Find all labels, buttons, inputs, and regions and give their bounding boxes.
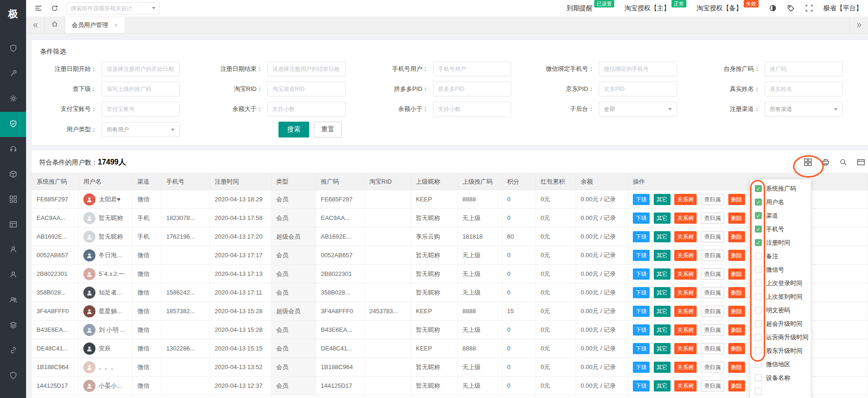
relation-tree-button[interactable]: 关系树 xyxy=(674,362,697,373)
sidebar-item-member-audit[interactable] xyxy=(0,112,26,137)
other-button[interactable]: 其它 xyxy=(654,380,671,391)
balance-gt-input[interactable] xyxy=(267,102,346,117)
alipay-account-input[interactable] xyxy=(102,102,180,117)
column-toggle[interactable]: 用户名 xyxy=(750,195,811,209)
ownership-button[interactable]: 查归属 xyxy=(701,380,724,391)
delete-button[interactable]: 删除 xyxy=(728,380,745,391)
checkbox-icon[interactable] xyxy=(755,374,762,381)
relation-tree-button[interactable]: 关系树 xyxy=(674,324,697,336)
delete-button[interactable]: 删除 xyxy=(728,287,745,298)
column-toggle[interactable]: 手机号 xyxy=(750,222,811,236)
delete-button[interactable]: 删除 xyxy=(728,324,745,336)
taobao-auth-main[interactable]: 淘宝授权【主】 正常 xyxy=(624,4,686,13)
tab-member-user-management[interactable]: 会员用户管理 xyxy=(65,17,125,33)
checkbox-icon[interactable] xyxy=(755,226,762,233)
column-toggle[interactable]: 设备名称 xyxy=(750,371,811,384)
other-button[interactable]: 其它 xyxy=(654,213,671,224)
self-promo-code-input[interactable] xyxy=(765,62,843,76)
relation-tree-button[interactable]: 关系树 xyxy=(674,213,697,224)
column-toggle[interactable]: 明文密码 xyxy=(750,303,811,317)
relation-tree-button[interactable]: 关系树 xyxy=(674,287,697,298)
checkbox-icon[interactable] xyxy=(755,239,762,246)
delete-button[interactable]: 删除 xyxy=(728,250,745,261)
column-toggle[interactable]: 备注 xyxy=(750,249,811,263)
sub-level-input[interactable] xyxy=(102,82,180,96)
checkbox-icon[interactable] xyxy=(755,212,762,219)
sub-level-button[interactable]: 下级 xyxy=(633,306,650,317)
ownership-button[interactable]: 查归属 xyxy=(701,343,724,354)
other-button[interactable]: 其它 xyxy=(654,324,671,336)
column-toggle[interactable]: 微信号 xyxy=(750,263,811,276)
jd-pid-input[interactable] xyxy=(599,82,677,96)
reg-date-start-input[interactable] xyxy=(102,62,180,76)
checkbox-icon[interactable] xyxy=(755,293,762,300)
delete-button[interactable]: 删除 xyxy=(728,231,745,242)
other-button[interactable]: 其它 xyxy=(654,268,671,280)
real-name-input[interactable] xyxy=(765,82,843,96)
column-settings-icon[interactable] xyxy=(803,157,813,167)
sub-level-button[interactable]: 下级 xyxy=(633,213,650,224)
checkbox-icon[interactable] xyxy=(755,320,762,327)
sub-level-button[interactable]: 下级 xyxy=(633,268,650,280)
sidebar-item-tools[interactable] xyxy=(0,62,26,87)
sidebar-item-security[interactable] xyxy=(0,364,26,389)
column-toggle[interactable] xyxy=(750,384,811,398)
checkbox-icon[interactable] xyxy=(755,253,762,260)
ownership-button[interactable]: 查归属 xyxy=(701,268,724,280)
sidebar-item-support[interactable] xyxy=(0,137,26,162)
column-toggle[interactable]: 股东升级时间 xyxy=(750,344,811,357)
checkbox-icon[interactable] xyxy=(755,185,762,192)
sidebar-item-users-group[interactable] xyxy=(0,288,26,313)
column-toggle[interactable]: 系统推广码 xyxy=(750,182,811,195)
delete-button[interactable]: 删除 xyxy=(728,213,745,224)
delete-button[interactable]: 删除 xyxy=(728,343,745,354)
ownership-button[interactable]: 查归属 xyxy=(701,213,724,224)
tab-home[interactable] xyxy=(45,17,65,33)
user-type-select[interactable]: 所有用户 xyxy=(102,122,180,137)
checkbox-icon[interactable] xyxy=(755,388,762,395)
tag-icon[interactable] xyxy=(787,4,795,12)
other-button[interactable]: 其它 xyxy=(654,231,671,242)
checkbox-icon[interactable] xyxy=(755,361,762,368)
column-toggle[interactable]: 渠道 xyxy=(750,209,811,222)
column-toggle[interactable]: 上次登录时间 xyxy=(750,276,811,290)
taobao-rid-input[interactable] xyxy=(267,82,346,96)
expiry-reminder[interactable]: 到期提醒 已设置 xyxy=(567,4,614,13)
checkbox-icon[interactable] xyxy=(755,266,762,273)
ownership-button[interactable]: 查归属 xyxy=(701,362,724,373)
sub-level-button[interactable]: 下级 xyxy=(633,362,650,373)
wechat-phone-input[interactable] xyxy=(599,62,677,76)
delete-button[interactable]: 删除 xyxy=(728,362,745,373)
collapse-menu-icon[interactable] xyxy=(34,4,42,12)
sidebar-item-layers[interactable] xyxy=(0,313,26,338)
checkbox-icon[interactable] xyxy=(755,280,762,287)
sidebar-item-settings[interactable] xyxy=(0,87,26,112)
refresh-icon[interactable] xyxy=(51,5,58,12)
sidebar-item-layout[interactable] xyxy=(0,213,26,238)
search-table-icon[interactable] xyxy=(838,157,848,167)
delete-button[interactable]: 删除 xyxy=(728,306,745,317)
close-icon[interactable] xyxy=(114,23,118,27)
column-toggle[interactable]: 运营商升级时间 xyxy=(750,330,811,344)
sidebar-item-apps[interactable] xyxy=(0,187,26,213)
relation-tree-button[interactable]: 关系树 xyxy=(674,306,697,317)
search-button[interactable]: 搜索 xyxy=(278,122,309,137)
ownership-button[interactable]: 查归属 xyxy=(701,250,724,261)
column-toggle[interactable]: 注册时间 xyxy=(750,236,811,249)
sidebar-item-shield[interactable] xyxy=(0,36,26,62)
sidebar-item-member[interactable] xyxy=(0,263,26,288)
print-icon[interactable] xyxy=(821,157,831,167)
chevron-down-icon[interactable] xyxy=(152,7,156,9)
reg-channel-select[interactable]: 所有渠道 xyxy=(765,102,843,117)
relation-tree-button[interactable]: 关系树 xyxy=(674,194,697,205)
ownership-button[interactable]: 查归属 xyxy=(701,306,724,317)
sub-level-button[interactable]: 下级 xyxy=(633,343,650,354)
tabs-more[interactable] xyxy=(849,17,868,33)
column-toggle[interactable]: 超会升级时间 xyxy=(750,317,811,330)
checkbox-icon[interactable] xyxy=(755,199,762,206)
sub-level-button[interactable]: 下级 xyxy=(633,287,650,298)
delete-button[interactable]: 删除 xyxy=(728,268,745,280)
reset-button[interactable]: 重置 xyxy=(314,122,342,137)
column-toggle[interactable]: 微信地区 xyxy=(750,357,811,371)
sub-level-button[interactable]: 下级 xyxy=(633,380,650,391)
